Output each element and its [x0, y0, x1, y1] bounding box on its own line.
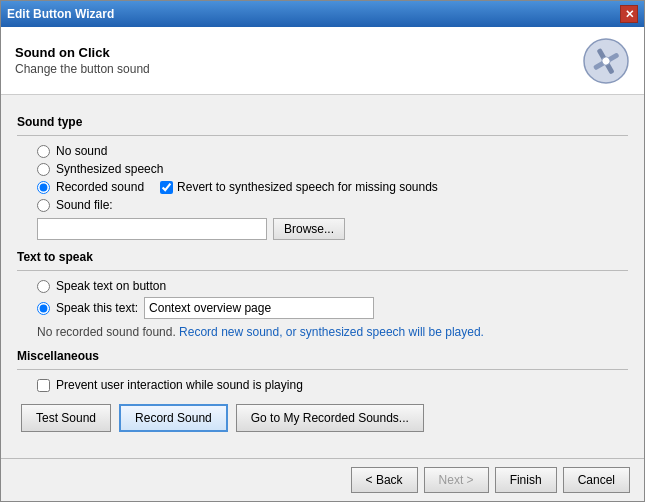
info-part2: Record new sound, or synthesized speech …: [179, 325, 484, 339]
revert-checkbox-row: Revert to synthesized speech for missing…: [160, 180, 438, 194]
window-title: Edit Button Wizard: [7, 7, 114, 21]
no-sound-radio[interactable]: [37, 145, 50, 158]
header-title: Sound on Click: [15, 45, 150, 60]
next-button[interactable]: Next >: [424, 467, 489, 493]
sound-type-separator: [17, 135, 628, 136]
sound-file-label: Sound file:: [56, 198, 113, 212]
prevent-interaction-label: Prevent user interaction while sound is …: [56, 378, 303, 392]
recorded-sound-radio[interactable]: [37, 181, 50, 194]
sound-file-row: Browse...: [37, 218, 628, 240]
radio-row-sound-file: Sound file:: [37, 198, 628, 212]
speak-this-radio[interactable]: [37, 302, 50, 315]
sound-file-input[interactable]: [37, 218, 267, 240]
info-part1: No recorded sound found.: [37, 325, 176, 339]
speak-this-label: Speak this text:: [56, 301, 138, 315]
misc-separator: [17, 369, 628, 370]
sound-file-radio[interactable]: [37, 199, 50, 212]
speak-radio-group: Speak text on button Speak this text:: [37, 279, 628, 319]
close-button[interactable]: ✕: [620, 5, 638, 23]
content-area: Sound type No sound Synthesized speech R…: [1, 95, 644, 458]
test-sound-button[interactable]: Test Sound: [21, 404, 111, 432]
text-to-speak-section: Text to speak Speak text on button Speak…: [17, 250, 628, 339]
speak-text-input[interactable]: [144, 297, 374, 319]
synth-speech-radio[interactable]: [37, 163, 50, 176]
header-section: Sound on Click Change the button sound: [1, 27, 644, 95]
no-sound-label: No sound: [56, 144, 107, 158]
prevent-interaction-checkbox[interactable]: [37, 379, 50, 392]
sound-type-radio-group: No sound Synthesized speech Recorded sou…: [37, 144, 628, 212]
browse-button[interactable]: Browse...: [273, 218, 345, 240]
cancel-button[interactable]: Cancel: [563, 467, 630, 493]
header-text: Sound on Click Change the button sound: [15, 45, 150, 76]
sound-type-label: Sound type: [17, 115, 628, 129]
text-to-speak-label: Text to speak: [17, 250, 628, 264]
revert-synth-checkbox[interactable]: [160, 181, 173, 194]
action-buttons-row: Test Sound Record Sound Go to My Recorde…: [17, 404, 628, 432]
speak-button-radio[interactable]: [37, 280, 50, 293]
finish-button[interactable]: Finish: [495, 467, 557, 493]
sound-type-section: Sound type No sound Synthesized speech R…: [17, 115, 628, 240]
tools-icon: [582, 37, 630, 85]
footer: < Back Next > Finish Cancel: [1, 458, 644, 501]
dialog-window: Edit Button Wizard ✕ Sound on Click Chan…: [0, 0, 645, 502]
info-message: No recorded sound found. Record new soun…: [37, 325, 628, 339]
recorded-sound-label: Recorded sound: [56, 180, 144, 194]
header-subtitle: Change the button sound: [15, 62, 150, 76]
misc-section: Miscellaneous Prevent user interaction w…: [17, 349, 628, 392]
speak-button-label: Speak text on button: [56, 279, 166, 293]
speak-button-row: Speak text on button: [37, 279, 628, 293]
prevent-interaction-row: Prevent user interaction while sound is …: [37, 378, 628, 392]
synth-speech-label: Synthesized speech: [56, 162, 163, 176]
revert-synth-label: Revert to synthesized speech for missing…: [177, 180, 438, 194]
title-bar: Edit Button Wizard ✕: [1, 1, 644, 27]
radio-row-recorded: Recorded sound Revert to synthesized spe…: [37, 180, 628, 194]
speak-this-text-row: Speak this text:: [37, 297, 628, 319]
text-speak-separator: [17, 270, 628, 271]
misc-label: Miscellaneous: [17, 349, 628, 363]
back-button[interactable]: < Back: [351, 467, 418, 493]
go-to-sounds-button[interactable]: Go to My Recorded Sounds...: [236, 404, 424, 432]
radio-row-no-sound: No sound: [37, 144, 628, 158]
record-sound-button[interactable]: Record Sound: [119, 404, 228, 432]
radio-row-synth: Synthesized speech: [37, 162, 628, 176]
